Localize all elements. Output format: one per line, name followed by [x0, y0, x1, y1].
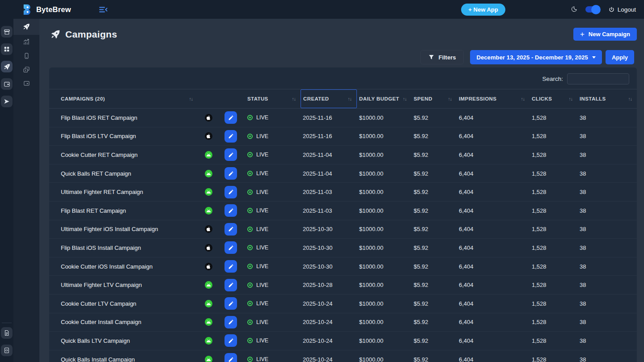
installs-cell: 38 [577, 263, 637, 270]
live-status-icon [247, 227, 253, 232]
new-app-button[interactable]: + New App [461, 4, 505, 16]
sort-icon[interactable]: ↑↓ [403, 96, 407, 101]
theme-toggle[interactable] [585, 6, 599, 13]
brand[interactable]: ByteBrew [22, 4, 71, 15]
rail-wallet-icon[interactable] [1, 78, 13, 90]
col-header-status[interactable]: Status ↑↓ [244, 89, 301, 108]
edit-campaign-button[interactable] [225, 353, 237, 362]
table-row[interactable]: Flip Blast iOS LTV Campaign [49, 127, 637, 146]
table-row[interactable]: Cookie Cutter iOS Install Campaign [49, 257, 637, 276]
sidebar-item-analytics[interactable] [13, 35, 39, 49]
edit-campaign-button[interactable] [225, 260, 237, 273]
date-range-label: December 13, 2025 - December 19, 2025 [476, 54, 588, 61]
table-row[interactable]: Flip Blast iOS RET Campaign [49, 109, 637, 127]
sort-icon[interactable]: ↑↓ [521, 96, 525, 101]
spend-cell: $5.92 [411, 170, 457, 177]
sort-icon[interactable]: ↑↓ [628, 96, 632, 101]
daily-budget-cell: $1000.00 [357, 300, 411, 307]
logout-button[interactable]: Logout [609, 6, 636, 13]
sort-icon[interactable]: ↑↓ [348, 96, 352, 101]
platform-cell [199, 244, 217, 252]
android-icon [205, 300, 212, 307]
new-campaign-button[interactable]: + New Campaign [573, 28, 637, 41]
rail-send-icon[interactable] [1, 96, 13, 107]
edit-campaign-button[interactable] [225, 279, 237, 291]
platform-cell [199, 114, 217, 122]
live-status-icon [247, 282, 253, 288]
edit-campaign-button[interactable] [225, 111, 237, 124]
col-header-spend[interactable]: Spend ↑↓ [411, 89, 457, 108]
edit-cell [217, 130, 244, 143]
spend-cell: $5.92 [411, 300, 457, 307]
campaigns-rocket-icon [51, 29, 60, 39]
installs-cell: 38 [577, 282, 637, 288]
date-range-button[interactable]: December 13, 2025 - December 19, 2025 [470, 50, 602, 64]
table-row[interactable]: Flip Blast RET Campaign [49, 202, 637, 220]
pencil-icon [228, 152, 234, 158]
edit-campaign-button[interactable] [225, 130, 237, 143]
clicks-cell: 1,528 [530, 244, 577, 251]
edit-campaign-button[interactable] [225, 204, 237, 217]
table-row[interactable]: Ultimate Fighter RET Campaign [49, 183, 637, 202]
rail-apps-grid-icon[interactable] [1, 43, 13, 55]
col-header-impressions[interactable]: Impressions ↑↓ [457, 89, 530, 108]
created-cell: 2025-10-24 [301, 319, 357, 325]
live-status-icon [247, 134, 253, 139]
edit-campaign-button[interactable] [225, 186, 237, 198]
installs-cell: 38 [577, 133, 637, 139]
platform-cell [199, 300, 217, 307]
table-row[interactable]: Quick Balls LTV Campaign [49, 332, 637, 350]
edit-cell [217, 111, 244, 124]
sidebar-item-campaigns[interactable] [13, 19, 39, 35]
impressions-cell: 6,404 [457, 319, 530, 325]
col-header-daily-budget[interactable]: Daily Budget ↑↓ [357, 89, 411, 108]
table-row[interactable]: Quick Balls Install Campaign [49, 350, 637, 362]
edit-campaign-button[interactable] [225, 241, 237, 254]
edit-campaign-button[interactable] [225, 297, 237, 310]
rail-campaigns-rocket-icon[interactable] [1, 61, 13, 72]
sort-icon[interactable]: ↑↓ [189, 96, 193, 101]
edit-campaign-button[interactable] [225, 148, 237, 161]
table-row[interactable]: Cookie Cutter LTV Campaign [49, 295, 637, 313]
table-row[interactable]: Ultimate Fighter iOS Install Campaign [49, 220, 637, 239]
table-row[interactable]: Ultimate Fighter LTV Campaign [49, 276, 637, 295]
col-header-created[interactable]: Created ↑↓ [301, 89, 357, 108]
sidebar-item-banner[interactable] [13, 76, 39, 90]
col-header-installs[interactable]: Installs ↑↓ [577, 89, 637, 108]
edit-campaign-button[interactable] [225, 223, 237, 236]
filters-button[interactable]: Filters [420, 50, 464, 64]
edit-campaign-button[interactable] [225, 167, 237, 180]
edit-campaign-button[interactable] [225, 316, 237, 328]
table-row[interactable]: Cookie Cutter Install Campaign [49, 313, 637, 332]
search-input[interactable] [567, 73, 629, 84]
rail-document-icon[interactable] [1, 327, 13, 339]
live-status-icon [247, 152, 253, 157]
rail-code-file-icon[interactable] [1, 345, 13, 356]
clicks-cell: 1,528 [530, 207, 577, 214]
impressions-cell: 6,404 [457, 170, 530, 177]
rail-storefront-icon[interactable] [1, 26, 13, 38]
sidebar-collapse-icon[interactable] [99, 6, 108, 13]
spend-cell: $5.92 [411, 207, 457, 214]
edit-cell [217, 167, 244, 180]
table-row[interactable]: Cookie Cutter RET Campaign [49, 146, 637, 164]
col-header-platform [199, 89, 217, 108]
col-header-campaigns[interactable]: Campaigns (20) ↑↓ [49, 89, 199, 108]
sort-icon[interactable]: ↑↓ [292, 96, 296, 101]
smartphone-icon [23, 52, 30, 59]
edit-campaign-button[interactable] [225, 334, 237, 347]
sidebar-item-device[interactable] [13, 49, 39, 63]
live-status-icon [247, 115, 253, 120]
status-label: LIVE [256, 337, 268, 344]
live-status-icon [247, 245, 253, 250]
table-body: Flip Blast iOS RET Campaign [49, 109, 637, 362]
status-cell: LIVE [244, 170, 301, 177]
sort-icon[interactable]: ↑↓ [569, 96, 573, 101]
apply-button[interactable]: Apply [606, 50, 634, 64]
sidebar-item-ad-creatives[interactable] [13, 63, 39, 76]
col-header-clicks[interactable]: Clicks ↑↓ [530, 89, 577, 108]
table-row[interactable]: Flip Blast iOS Install Campaign [49, 239, 637, 257]
table-row[interactable]: Quick Balls RET Campaign [49, 164, 637, 183]
created-cell: 2025-11-03 [301, 189, 357, 195]
sort-icon[interactable]: ↑↓ [448, 96, 452, 101]
